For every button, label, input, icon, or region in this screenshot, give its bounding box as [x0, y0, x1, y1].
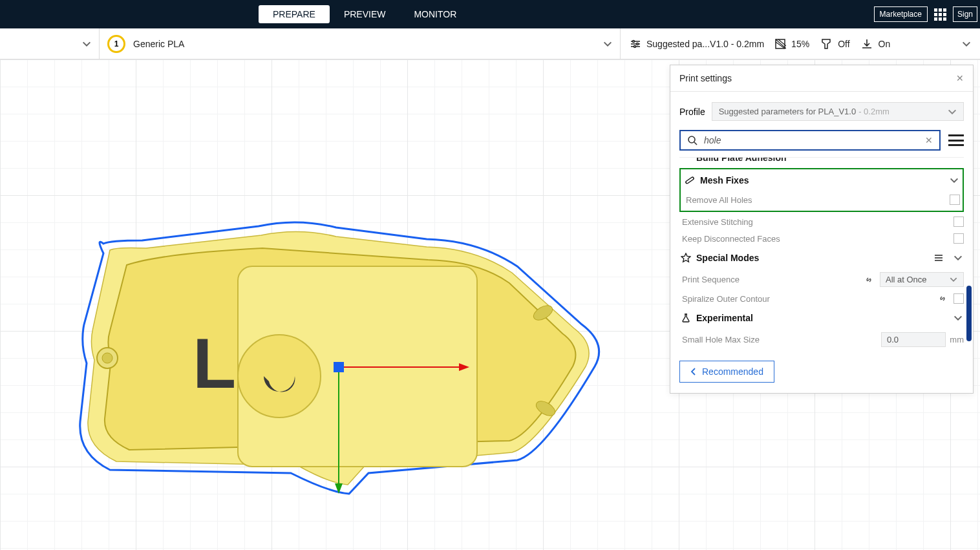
svg-point-7 — [238, 335, 321, 418]
mesh-fixes-section[interactable]: Mesh Fixes — [683, 169, 960, 191]
keep-disconnected-checkbox[interactable] — [953, 233, 964, 244]
svg-point-2 — [634, 45, 636, 47]
small-hole-unit: mm — [946, 335, 964, 344]
special-modes-section[interactable]: Special Modes — [679, 247, 964, 269]
chevron-down-icon — [950, 178, 959, 183]
clear-search-icon[interactable]: ✕ — [925, 135, 933, 145]
infill-summary: 15% — [774, 38, 809, 50]
star-icon — [681, 253, 691, 263]
profile-dropdown[interactable]: Suggested parameters for PLA_V1.0 - 0.2m… — [712, 102, 964, 121]
settings-list: Build Plate Adhesion Mesh Fixes Remove A… — [679, 157, 964, 350]
settings-search[interactable]: ✕ — [679, 130, 941, 151]
link-icon[interactable] — [938, 294, 947, 303]
small-hole-input[interactable]: 0.0 — [881, 332, 946, 347]
spiralize-checkbox[interactable] — [953, 293, 964, 304]
svg-rect-14 — [334, 362, 344, 372]
model-preview[interactable]: L — [65, 215, 627, 505]
remove-all-holes-label: Remove All Holes — [686, 195, 752, 205]
recommended-button[interactable]: Recommended — [679, 361, 774, 383]
config-bar: 1 Generic PLA Suggested pa...V1.0 - 0.2m… — [0, 28, 980, 59]
svg-line-16 — [694, 142, 697, 145]
sliders-small-icon — [934, 253, 943, 262]
print-sequence-label: Print Sequence — [682, 275, 740, 284]
stage-tabs: PREPARE PREVIEW MONITOR — [259, 5, 471, 23]
svg-point-15 — [688, 136, 695, 143]
mesh-fixes-highlight: Mesh Fixes Remove All Holes — [679, 168, 964, 212]
chevron-left-icon — [690, 368, 697, 375]
remove-all-holes-checkbox[interactable] — [950, 195, 960, 205]
small-hole-label: Small Hole Max Size — [682, 335, 760, 344]
tab-preview[interactable]: PREVIEW — [330, 5, 400, 23]
close-icon[interactable]: ✕ — [956, 73, 964, 83]
tab-monitor[interactable]: MONITOR — [399, 5, 471, 23]
material-name: Generic PLA — [133, 39, 595, 49]
material-dropdown[interactable]: 1 Generic PLA — [100, 28, 621, 59]
printer-dropdown[interactable] — [0, 28, 100, 59]
chevron-down-icon — [948, 109, 957, 114]
flask-icon — [681, 313, 691, 323]
print-sequence-select[interactable]: All at Once — [880, 272, 964, 287]
settings-menu-icon[interactable] — [948, 134, 964, 146]
search-input[interactable] — [704, 135, 919, 145]
panel-title: Print settings — [679, 73, 732, 83]
adhesion-icon — [860, 38, 873, 50]
bandage-icon — [685, 175, 695, 185]
extensive-stitching-label: Extensive Stitching — [682, 217, 753, 227]
chevron-down-icon — [603, 41, 612, 47]
svg-point-1 — [637, 43, 639, 45]
experimental-section[interactable]: Experimental — [679, 307, 964, 329]
keep-disconnected-label: Keep Disconnected Faces — [682, 234, 780, 244]
adhesion-summary: On — [860, 38, 891, 50]
link-icon[interactable] — [864, 275, 873, 284]
build-plate-adhesion-section[interactable]: Build Plate Adhesion — [679, 158, 964, 168]
chevron-down-icon — [82, 41, 91, 47]
extruder-badge: 1 — [107, 35, 125, 53]
svg-point-0 — [633, 40, 635, 42]
chevron-down-icon — [962, 41, 971, 47]
print-settings-summary[interactable]: Suggested pa...V1.0 - 0.2mm 15% Off On — [621, 28, 980, 59]
search-icon — [687, 135, 698, 145]
chevron-down-icon — [953, 315, 963, 321]
chevron-down-icon — [953, 255, 963, 260]
profile-label: Profile — [679, 107, 705, 117]
support-summary: Off — [820, 38, 849, 50]
tab-prepare[interactable]: PREPARE — [259, 5, 330, 23]
sliders-icon — [630, 38, 641, 50]
spiralize-label: Spiralize Outer Contour — [682, 294, 770, 304]
scrollbar-thumb[interactable] — [966, 286, 972, 341]
sign-in-button[interactable]: Sign — [953, 6, 977, 22]
svg-point-6 — [102, 353, 112, 363]
profile-summary: Suggested pa...V1.0 - 0.2mm — [630, 38, 764, 50]
svg-rect-17 — [685, 176, 694, 184]
top-nav: PREPARE PREVIEW MONITOR Marketplace Sign — [0, 0, 980, 28]
print-settings-panel: Print settings ✕ Profile Suggested param… — [670, 65, 974, 394]
infill-icon — [774, 38, 786, 50]
extensive-stitching-checkbox[interactable] — [953, 217, 964, 227]
apps-grid-icon[interactable] — [934, 8, 946, 21]
support-icon — [820, 38, 833, 50]
model-letter: L — [193, 323, 236, 403]
chevron-down-icon — [949, 277, 958, 282]
marketplace-button[interactable]: Marketplace — [874, 6, 928, 22]
